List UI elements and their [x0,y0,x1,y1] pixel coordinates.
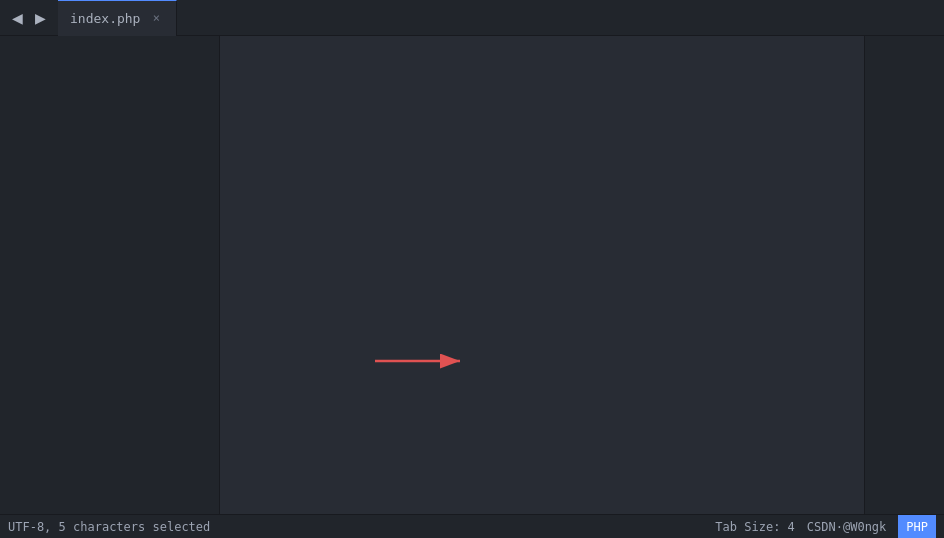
line-numbers [220,36,240,514]
watermark: CSDN·@W0ngk [807,520,886,534]
language-badge: PHP [898,515,936,539]
nav-back-button[interactable]: ◀ [8,8,27,28]
tab-size-status: Tab Size: 4 [715,520,794,534]
minimap [864,36,944,514]
code-editor [220,36,944,514]
sidebar [0,36,220,514]
code-content[interactable] [240,36,864,514]
nav-forward-button[interactable]: ▶ [31,8,50,28]
status-right: Tab Size: 4 CSDN·@W0ngk PHP [715,515,936,539]
status-bar: UTF-8, 5 characters selected Tab Size: 4… [0,514,944,538]
status-left: UTF-8, 5 characters selected [8,520,210,534]
top-bar: ◀ ▶ index.php × [0,0,944,36]
tab-filename: index.php [70,11,140,26]
encoding-status: UTF-8, 5 characters selected [8,520,210,534]
nav-arrows: ◀ ▶ [0,8,58,28]
main-area [0,36,944,514]
tab-close-button[interactable]: × [148,10,164,26]
file-tab[interactable]: index.php × [58,0,177,36]
